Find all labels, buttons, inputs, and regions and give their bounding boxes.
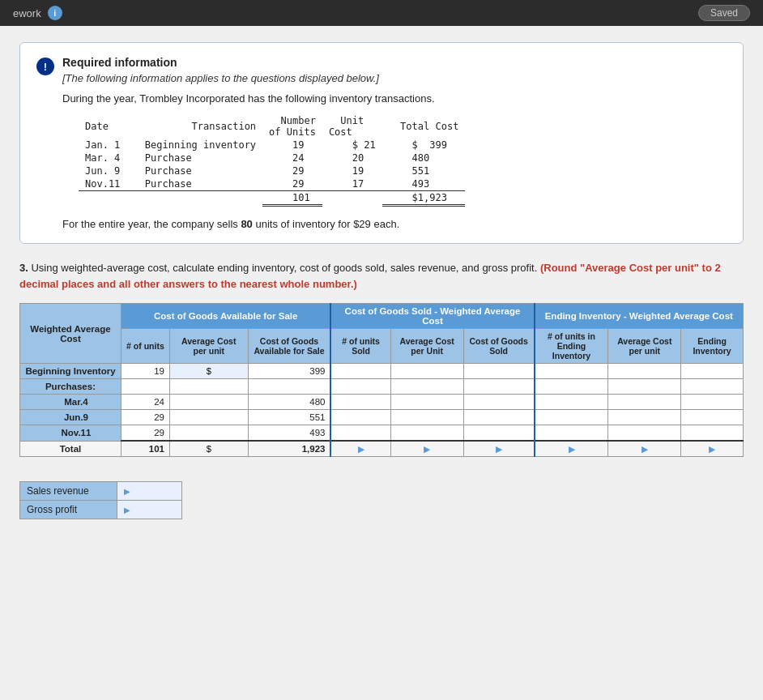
subh-col8: Average Cost per unit xyxy=(608,329,681,364)
cogs-arrow: ▶ xyxy=(496,445,502,454)
avg-cost2-arrow: ▶ xyxy=(424,445,430,454)
sell-text: For the entire year, the company sells 8… xyxy=(62,218,727,230)
required-info-title: Required information xyxy=(62,56,727,69)
italic-note: [The following information applies to th… xyxy=(62,72,727,84)
col-date: Date xyxy=(79,114,126,139)
table-row-total: 101 $1,923 xyxy=(79,191,465,206)
subh-col9: Ending Inventory xyxy=(681,329,744,364)
inventory-table: Date Transaction Numberof Units UnitCost… xyxy=(79,114,465,207)
subh-col7: # of units in Ending Inventory xyxy=(535,329,608,364)
gross-profit-label: Gross profit xyxy=(20,501,117,519)
row-mar4: Mar.4 24 480 xyxy=(20,395,744,410)
info-icon[interactable]: i xyxy=(48,6,62,20)
table-row: Mar. 4 Purchase 24 20 480 xyxy=(79,152,465,164)
row-sales-revenue: Sales revenue ▶ xyxy=(20,482,182,501)
exclamation-icon: ! xyxy=(36,58,54,75)
table-row: Nov.11 Purchase 29 17 493 xyxy=(79,177,465,191)
group2-header: Cost of Goods Sold - Weighted Average Co… xyxy=(330,304,534,329)
top-bar: ework i Saved xyxy=(0,0,763,26)
calc-table: Weighted Average Cost Cost of Goods Avai… xyxy=(19,303,744,457)
app-name: ework xyxy=(13,7,41,19)
info-box: ! Required information [The following in… xyxy=(19,42,744,244)
group1-header: Cost of Goods Available for Sale xyxy=(121,304,330,329)
row-nov11: Nov.11 29 493 xyxy=(20,425,744,442)
row-jun9: Jun.9 29 551 xyxy=(20,410,744,425)
beg-inv-avg-cost-input[interactable] xyxy=(175,366,243,376)
subh-col3: Cost of Goods Available for Sale xyxy=(248,329,330,364)
col-total-cost: Total Cost xyxy=(382,114,466,139)
row-beginning-inventory: Beginning Inventory 19 399 xyxy=(20,364,744,379)
subh-col2: Average Cost per unit xyxy=(169,329,248,364)
subh-col4: # of units Sold xyxy=(330,329,390,364)
calc-table-wrapper: Weighted Average Cost Cost of Goods Avai… xyxy=(19,303,744,457)
bottom-table: Sales revenue ▶ Gross profit ▶ xyxy=(19,481,182,519)
table-row: Jun. 9 Purchase 29 19 551 xyxy=(79,164,465,177)
question-text: 3. Using weighted-average cost, calculat… xyxy=(19,260,744,292)
units-sold-arrow: ▶ xyxy=(358,445,364,454)
bottom-section: Sales revenue ▶ Gross profit ▶ xyxy=(19,481,744,519)
subh-col6: Cost of Goods Sold xyxy=(463,329,534,364)
subh-col1: # of units xyxy=(121,329,169,364)
row-total: Total 101 1,923 ▶ ▶ ▶ ▶ xyxy=(20,441,744,457)
col-num-units: Numberof Units xyxy=(262,114,322,139)
col-unit-cost: UnitCost xyxy=(322,114,382,139)
subh-col5: Average Cost per Unit xyxy=(390,329,463,364)
gross-profit-arrow: ▶ xyxy=(124,506,130,514)
wac-header: Weighted Average Cost xyxy=(20,304,121,364)
sales-revenue-arrow: ▶ xyxy=(124,487,130,496)
table-row: Jan. 1 Beginning inventory 19 $ 21 $ 399 xyxy=(79,139,465,152)
col-transaction: Transaction xyxy=(126,114,262,139)
total-avg-cost-input[interactable] xyxy=(175,444,243,454)
row-gross-profit: Gross profit ▶ xyxy=(20,501,182,519)
row-purchases-label: Purchases: xyxy=(20,379,744,395)
units-end-arrow: ▶ xyxy=(569,445,575,454)
end-inv-arrow: ▶ xyxy=(709,445,715,454)
saved-button[interactable]: Saved xyxy=(698,5,750,21)
app-name-area: ework i xyxy=(13,6,62,20)
sales-revenue-label: Sales revenue xyxy=(20,482,117,501)
group3-header: Ending Inventory - Weighted Average Cost xyxy=(535,304,744,329)
description-text: During the year, Trombley Incorporated h… xyxy=(62,92,727,105)
avg-cost3-arrow: ▶ xyxy=(642,445,648,454)
